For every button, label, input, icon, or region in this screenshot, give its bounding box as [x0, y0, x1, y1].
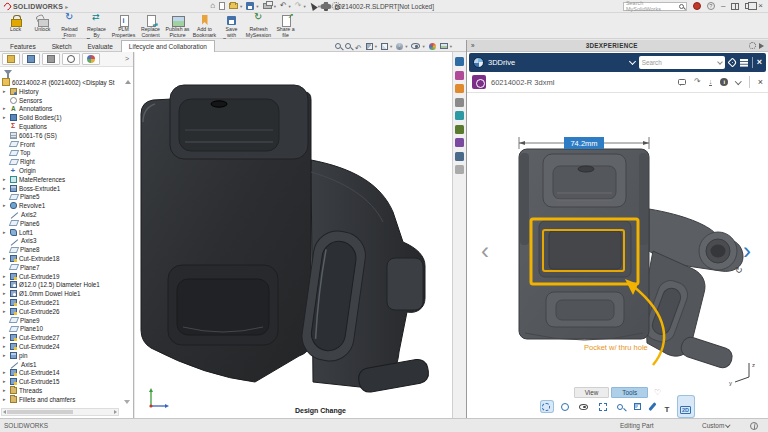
- quick-access-button[interactable]: ↶: [280, 2, 291, 10]
- tree-item[interactable]: Threads: [0, 386, 133, 395]
- tree-item[interactable]: pin: [0, 351, 133, 360]
- close-file-icon[interactable]: ×: [758, 78, 763, 87]
- task-pane-icon[interactable]: [455, 84, 464, 93]
- heads-up-button[interactable]: [335, 43, 341, 49]
- heads-up-button[interactable]: [411, 43, 424, 49]
- ribbon-button[interactable]: Add to Bookmark: [191, 14, 218, 38]
- task-pane-icon[interactable]: [455, 71, 464, 80]
- expand-arrow-icon[interactable]: [3, 300, 8, 305]
- filter-icon[interactable]: [4, 70, 12, 75]
- tree-item[interactable]: Cut-Extrude18: [0, 254, 133, 263]
- menu-icon[interactable]: [740, 59, 748, 60]
- expand-arrow-icon[interactable]: [3, 335, 8, 340]
- quick-access-button[interactable]: [310, 2, 320, 10]
- scroll-down-icon[interactable]: [124, 400, 130, 404]
- expand-arrow-icon[interactable]: [3, 379, 8, 384]
- scrollbar-thumb[interactable]: [7, 410, 73, 415]
- tree-item[interactable]: MateReferences: [0, 175, 133, 184]
- close-panel-icon[interactable]: ×: [757, 58, 762, 67]
- tree-item[interactable]: Annotations: [0, 105, 133, 114]
- file-row[interactable]: 60214002-R 3dxml ↷ ↓ i ×: [467, 72, 768, 93]
- manager-tab[interactable]: [42, 53, 60, 65]
- heads-up-button[interactable]: [366, 43, 377, 50]
- tree-item[interactable]: Axis2: [0, 210, 133, 219]
- expand-arrow-icon[interactable]: [3, 106, 8, 111]
- quick-access-button[interactable]: ↷: [295, 2, 306, 10]
- task-pane-icon[interactable]: [455, 152, 464, 161]
- markup-tool-button[interactable]: [559, 401, 572, 412]
- manager-tabs-overflow[interactable]: >: [125, 55, 129, 62]
- markup-tool-button[interactable]: [597, 401, 610, 412]
- ribbon-button[interactable]: PLM Properties: [110, 14, 137, 38]
- expand-arrow-icon[interactable]: [3, 370, 8, 375]
- expand-arrow-icon[interactable]: [3, 256, 8, 261]
- 3d-markup-viewer[interactable]: 74.2mm Pocket w/ thru hole ‹ › ↻ z y: [467, 93, 768, 386]
- markup-tool-button[interactable]: [632, 402, 644, 412]
- scroll-left-icon[interactable]: [3, 410, 6, 414]
- heads-up-button[interactable]: [381, 43, 392, 50]
- expand-arrow-icon[interactable]: [3, 344, 8, 349]
- tree-item[interactable]: Right: [0, 157, 133, 166]
- markup-tool-button[interactable]: [541, 401, 554, 412]
- nav-next-icon[interactable]: ›: [743, 237, 751, 264]
- search-scope-chevron-icon[interactable]: [717, 59, 723, 65]
- task-pane-icon[interactable]: [455, 165, 464, 174]
- expand-arrow-icon[interactable]: [3, 186, 8, 191]
- dimension-callout[interactable]: 74.2mm: [519, 137, 649, 149]
- tree-item[interactable]: Solid Bodies(1): [0, 113, 133, 122]
- expand-arrow-icon[interactable]: [3, 388, 8, 393]
- expand-arrow-icon[interactable]: [3, 115, 8, 120]
- tree-item[interactable]: Axis3: [0, 237, 133, 246]
- tree-item[interactable]: Cut-Extrude15: [0, 377, 133, 386]
- expand-arrow-icon[interactable]: [3, 282, 8, 287]
- tree-item[interactable]: 6061-T6 (SS): [0, 131, 133, 140]
- restore-button[interactable]: [745, 3, 752, 9]
- expand-arrow-icon[interactable]: [3, 397, 8, 402]
- task-pane-icon[interactable]: [455, 138, 464, 147]
- favorite-heart-icon[interactable]: ♡: [654, 388, 661, 397]
- markup-tool-button[interactable]: [678, 396, 694, 417]
- command-tab[interactable]: Sketch: [44, 40, 80, 51]
- tree-item[interactable]: Equations: [0, 122, 133, 131]
- download-icon[interactable]: ↓: [709, 78, 713, 86]
- tree-item[interactable]: Plane10: [0, 325, 133, 334]
- share-icon[interactable]: ↷: [694, 78, 701, 86]
- manager-tab[interactable]: [2, 53, 20, 65]
- viewer-tab[interactable]: View: [574, 387, 610, 398]
- expand-arrow-icon[interactable]: [3, 177, 8, 182]
- heads-up-button[interactable]: [429, 43, 436, 50]
- tree-item[interactable]: Cut-Extrude26: [0, 307, 133, 316]
- ribbon-button[interactable]: Replace Content: [137, 14, 164, 38]
- tree-item[interactable]: Boss-Extrude1: [0, 184, 133, 193]
- logo-expander-icon[interactable]: ▸: [65, 3, 68, 10]
- markup-tool-button[interactable]: [650, 401, 657, 413]
- rotate-hint-icon[interactable]: ↻: [735, 265, 743, 275]
- markup-tool-button[interactable]: [578, 402, 592, 411]
- main-graphics-viewport[interactable]: Design Change: [135, 52, 452, 418]
- collapse-icon[interactable]: »: [471, 42, 475, 49]
- tree-item[interactable]: Cut-Extrude27: [0, 333, 133, 342]
- heads-up-button[interactable]: [345, 43, 351, 49]
- tree-item[interactable]: Top: [0, 149, 133, 158]
- task-pane-icon[interactable]: [455, 98, 464, 107]
- tree-item[interactable]: History: [0, 87, 133, 96]
- close-button[interactable]: ×: [758, 2, 763, 10]
- ribbon-button[interactable]: Lock: [2, 14, 29, 33]
- tree-item[interactable]: Ø12.0 (12.5) Diameter Hole1: [0, 281, 133, 290]
- command-tab[interactable]: Evaluate: [80, 40, 121, 51]
- expand-chevron-icon[interactable]: [735, 78, 741, 84]
- quick-access-button[interactable]: [263, 3, 276, 9]
- quick-access-button[interactable]: [246, 2, 258, 10]
- tree-item[interactable]: Plane6: [0, 219, 133, 228]
- pin-icon[interactable]: [759, 43, 764, 49]
- markup-tool-button[interactable]: [663, 396, 672, 417]
- tree-root-item[interactable]: 60214002-R (60214002) <Display St: [0, 77, 133, 87]
- tree-item[interactable]: Cut-Extrude14: [0, 369, 133, 378]
- tree-item[interactable]: Sensors: [0, 96, 133, 105]
- tree-item[interactable]: Fillets and chamfers: [0, 395, 133, 404]
- manager-tab[interactable]: [82, 53, 100, 65]
- drive-search-input[interactable]: Search: [639, 56, 725, 69]
- heads-up-button[interactable]: [440, 43, 452, 49]
- tree-horizontal-scrollbar[interactable]: [1, 408, 119, 416]
- tree-item[interactable]: Ø1.0mm Dowel Hole1: [0, 289, 133, 298]
